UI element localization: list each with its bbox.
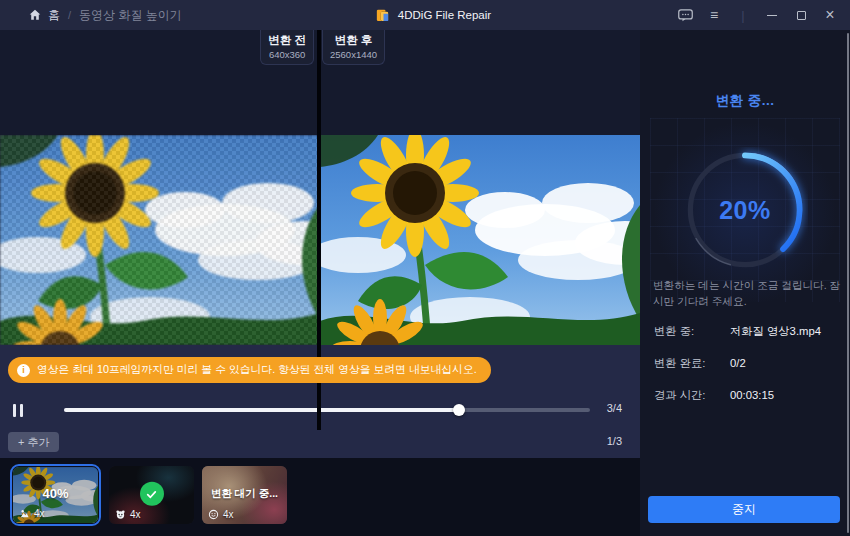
thumbnail-strip: 40% 4x xyxy=(0,458,640,536)
app-brand: 4DDiG File Repair xyxy=(375,0,491,30)
thumbnail-scale: 4x xyxy=(130,509,141,520)
status-row-completed: 변환 완료: 0/2 xyxy=(654,356,842,371)
panel-scrollbar[interactable] xyxy=(847,33,849,533)
notice-text: 영상은 최대 10프레임까지만 미리 볼 수 있습니다. 향상된 전체 영상을 … xyxy=(37,363,477,377)
general-model-icon xyxy=(19,508,30,519)
feedback-chat-icon[interactable] xyxy=(677,7,693,23)
home-button[interactable]: 홈 xyxy=(28,7,60,24)
done-check-icon xyxy=(140,482,164,506)
info-icon: i xyxy=(17,364,30,377)
thumbnail-waiting-label: 변환 대기 중... xyxy=(202,487,287,501)
frame-indicator: 3/4 xyxy=(607,402,622,414)
app-logo-icon xyxy=(375,7,391,23)
completed-count: 0/2 xyxy=(730,357,746,369)
thumbnail-done[interactable]: 4x xyxy=(109,466,194,524)
thumbnail-waiting[interactable]: 변환 대기 중... 4x xyxy=(202,466,287,524)
before-label-box: 변환 전 640x360 xyxy=(260,30,314,65)
anime-model-icon xyxy=(115,509,126,520)
thumbnail-processing[interactable]: 40% 4x xyxy=(10,464,101,526)
status-rows: 변환 중: 저화질 영상3.mp4 변환 완료: 0/2 경과 시간: 00:0… xyxy=(654,324,842,420)
preview-notice-banner: i 영상은 최대 10프레임까지만 미리 볼 수 있습니다. 향상된 전체 영상… xyxy=(8,357,491,383)
breadcrumb-separator: / xyxy=(68,9,71,21)
seek-slider[interactable] xyxy=(64,408,590,412)
maximize-icon[interactable] xyxy=(793,7,809,23)
thumbnail-scale: 4x xyxy=(34,508,45,519)
row-label: 경과 시간: xyxy=(654,388,730,403)
page-indicator: 1/3 xyxy=(607,435,622,447)
progress-hint: 변환하는 데는 시간이 조금 걸립니다. 잠시만 기다려 주세요. xyxy=(653,278,841,310)
row-label: 변환 중: xyxy=(654,324,730,339)
video-before xyxy=(0,135,320,345)
current-file-name: 저화질 영상3.mp4 xyxy=(730,324,821,339)
thumbnail-progress: 40% xyxy=(13,486,98,501)
pause-button[interactable] xyxy=(13,403,27,417)
pixelation-overlay xyxy=(0,135,320,345)
breadcrumb-current: 동영상 화질 높이기 xyxy=(79,7,182,24)
home-label: 홈 xyxy=(48,7,60,24)
after-resolution: 2560x1440 xyxy=(330,49,377,60)
seek-slider-fill xyxy=(64,408,459,412)
after-label: 변환 후 xyxy=(330,33,377,48)
preview-area: 변환 전 640x360 변환 후 2560x1440 i xyxy=(0,30,640,536)
seek-slider-handle[interactable] xyxy=(453,404,465,416)
queue-toolbar: + 추가 1/3 xyxy=(0,432,640,452)
home-icon xyxy=(28,8,42,22)
breadcrumb: 홈 / 동영상 화질 높이기 xyxy=(28,0,182,30)
app-window: 홈 / 동영상 화질 높이기 4DDiG File Repair xyxy=(0,0,850,536)
menu-icon[interactable]: ≡ xyxy=(706,7,722,23)
video-after xyxy=(320,135,640,345)
after-label-box: 변환 후 2560x1440 xyxy=(322,30,385,65)
app-title: 4DDiG File Repair xyxy=(398,9,491,21)
titlebar: 홈 / 동영상 화질 높이기 4DDiG File Repair xyxy=(0,0,850,30)
status-row-elapsed: 경과 시간: 00:03:15 xyxy=(654,388,842,403)
minimize-icon[interactable] xyxy=(764,7,780,23)
face-model-icon xyxy=(208,509,219,520)
progress-percent: 20% xyxy=(650,118,840,302)
window-controls-separator: | xyxy=(735,7,751,23)
window-controls: ≡ | × xyxy=(677,0,838,30)
before-label: 변환 전 xyxy=(268,33,306,48)
stop-button[interactable]: 중지 xyxy=(648,496,840,523)
close-icon[interactable]: × xyxy=(822,7,838,23)
status-row-current: 변환 중: 저화질 영상3.mp4 xyxy=(654,324,842,339)
add-file-button[interactable]: + 추가 xyxy=(8,432,59,452)
progress-ring: 20% xyxy=(650,118,840,302)
status-panel: 변환 중... 20% 변환하는 데는 시간이 조금 걸립니다. 잠시만 기다려… xyxy=(640,30,850,536)
elapsed-time: 00:03:15 xyxy=(730,389,774,401)
thumbnail-scale: 4x xyxy=(223,509,234,520)
row-label: 변환 완료: xyxy=(654,356,730,371)
status-title: 변환 중... xyxy=(640,92,850,110)
before-resolution: 640x360 xyxy=(268,49,306,60)
